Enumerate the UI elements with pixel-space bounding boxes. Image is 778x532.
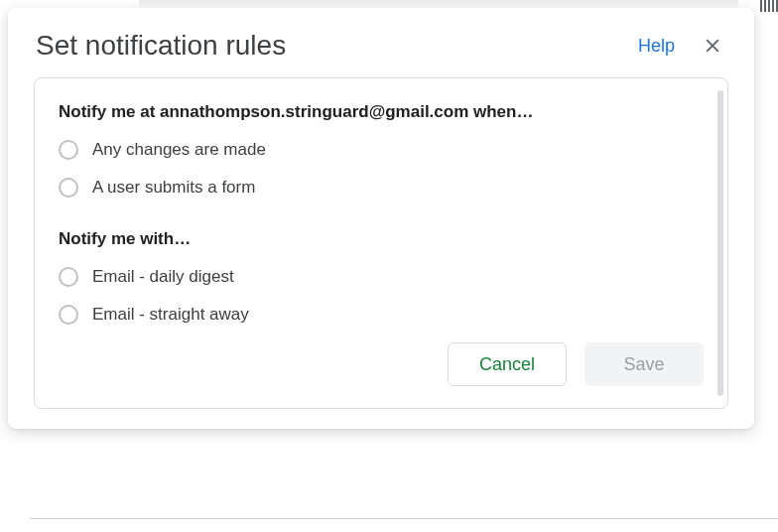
dialog-footer: Cancel Save	[59, 342, 704, 386]
notify-with-heading: Notify me with…	[59, 229, 704, 249]
radio-icon	[59, 140, 78, 160]
header-actions: Help	[638, 32, 726, 60]
radio-form-submit[interactable]: A user submits a form	[59, 178, 704, 198]
dialog-body: Notify me at annathompson.stringuard@gma…	[34, 77, 728, 409]
toolbar-hint	[139, 0, 738, 8]
radio-daily-digest[interactable]: Email - daily digest	[59, 267, 704, 287]
radio-any-changes[interactable]: Any changes are made	[59, 140, 704, 160]
sheet-row-hint	[30, 518, 778, 532]
radio-icon	[59, 305, 78, 325]
toolbar-drag-handle	[760, 0, 778, 12]
radio-label: Email - straight away	[92, 305, 249, 325]
dialog-title: Set notification rules	[36, 30, 286, 62]
close-button[interactable]	[699, 32, 726, 60]
radio-label: Any changes are made	[92, 140, 266, 160]
scrollbar[interactable]	[717, 90, 723, 396]
save-button: Save	[584, 342, 704, 386]
radio-icon	[59, 178, 78, 198]
radio-icon	[59, 267, 78, 287]
radio-label: A user submits a form	[92, 178, 255, 198]
notification-rules-dialog: Set notification rules Help Notify me at…	[8, 8, 754, 429]
radio-label: Email - daily digest	[92, 267, 234, 287]
notify-when-heading: Notify me at annathompson.stringuard@gma…	[59, 102, 704, 122]
cancel-button[interactable]: Cancel	[448, 342, 567, 386]
close-icon	[703, 36, 722, 56]
help-link[interactable]: Help	[638, 36, 675, 57]
dialog-header: Set notification rules Help	[8, 8, 754, 77]
radio-straight-away[interactable]: Email - straight away	[59, 305, 704, 325]
